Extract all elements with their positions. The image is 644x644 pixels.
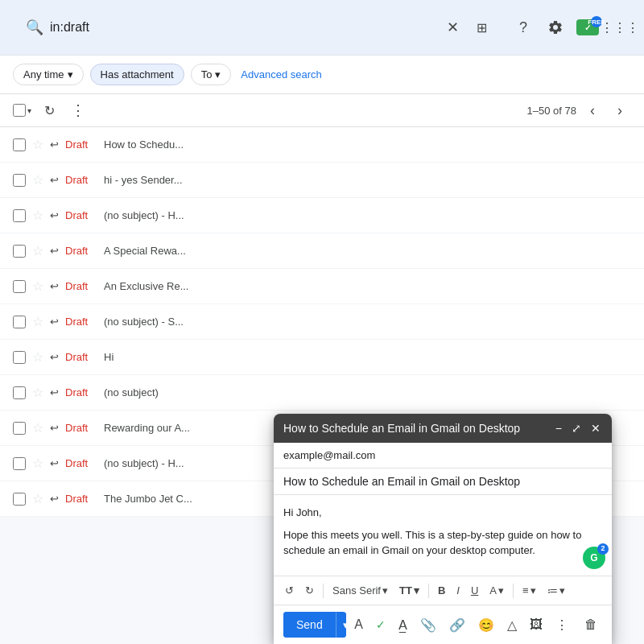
compose-to-field[interactable]: example@mail.com (274, 443, 612, 469)
filter-search-button[interactable]: ⊞ (470, 16, 493, 39)
star-icon[interactable]: ☆ (32, 172, 43, 188)
row-checkbox[interactable] (13, 138, 26, 151)
compose-actions: Send ▾ A ✓ A̲ 📎 🔗 😊 △ 🖼 ⋮ (274, 605, 612, 644)
send-options-button[interactable]: ▾ (336, 613, 347, 638)
undo-button[interactable]: ↺ (280, 581, 299, 600)
more-options-button[interactable]: ⋮ (67, 99, 89, 122)
star-icon[interactable]: ☆ (32, 314, 43, 329)
table-row[interactable]: ☆ ↩ Draft How to Schedu... (0, 127, 644, 163)
to-value: example@mail.com (283, 449, 375, 461)
any-time-filter[interactable]: Any time ▾ (13, 64, 84, 85)
italic-button[interactable]: I (452, 581, 464, 600)
select-all-checkbox[interactable] (13, 104, 26, 117)
star-icon[interactable]: ☆ (32, 279, 43, 294)
bold-button[interactable]: B (433, 581, 450, 600)
select-dropdown-chevron[interactable]: ▾ (27, 106, 31, 115)
star-icon[interactable]: ☆ (32, 491, 43, 506)
reply-icon: ↩ (50, 422, 59, 434)
advanced-search-link[interactable]: Advanced search (241, 68, 321, 80)
font-size-chevron: ▾ (414, 584, 419, 597)
next-page-button[interactable]: › (609, 99, 631, 122)
maximize-button[interactable]: ⤢ (570, 420, 583, 436)
minimize-button[interactable]: − (554, 420, 564, 436)
more-formatting-button[interactable]: A (349, 613, 368, 637)
font-size-label: TT (399, 584, 412, 597)
table-row[interactable]: ☆ ↩ Draft An Exclusive Re... (0, 269, 644, 304)
send-arrow-icon: ▾ (343, 619, 347, 631)
row-checkbox[interactable] (13, 209, 26, 222)
row-checkbox[interactable] (13, 174, 26, 187)
apps-button[interactable]: ⋮⋮⋮ (609, 16, 631, 39)
settings-button[interactable] (544, 16, 567, 39)
row-checkbox[interactable] (13, 316, 26, 328)
star-icon[interactable]: ☆ (32, 243, 43, 258)
grammarly-badge: G 2 (583, 547, 605, 569)
more-formatting-icon: A (354, 617, 363, 632)
google-meet-button[interactable]: ✓ (371, 613, 390, 636)
row-checkbox[interactable] (13, 457, 26, 470)
send-button[interactable]: Send (283, 612, 336, 638)
row-checkbox[interactable] (13, 245, 26, 258)
refresh-button[interactable]: ↻ (38, 99, 60, 122)
row-checkbox[interactable] (13, 386, 26, 399)
star-icon[interactable]: ☆ (32, 137, 43, 152)
more-options-icon: ⋮ (555, 617, 568, 633)
separator (513, 584, 514, 598)
star-icon[interactable]: ☆ (32, 420, 43, 436)
help-button[interactable]: ? (512, 16, 535, 39)
to-chevron: ▾ (215, 68, 221, 80)
redo-button[interactable]: ↻ (300, 581, 319, 600)
reply-icon: ↩ (50, 138, 59, 151)
compose-subject-field[interactable]: How to Schedule an Email in Gmail on Des… (274, 469, 612, 495)
row-checkbox[interactable] (13, 351, 26, 364)
table-row[interactable]: ☆ ↩ Draft hi - yes Sender... (0, 163, 644, 198)
photo-button[interactable]: 🖼 (525, 613, 547, 637)
pagination-label: 1–50 of 78 (527, 105, 576, 117)
to-filter[interactable]: To ▾ (191, 64, 232, 85)
align-chevron: ▾ (530, 584, 536, 597)
compose-header[interactable]: How to Schedule an Email in Gmail on Des… (274, 414, 612, 443)
drive-button[interactable]: △ (502, 613, 522, 638)
table-row[interactable]: ☆ ↩ Draft Hi (0, 340, 644, 375)
row-checkbox[interactable] (13, 493, 26, 506)
table-row[interactable]: ☆ ↩ Draft (no subject) - S... (0, 304, 644, 340)
link-button[interactable]: 🔗 (444, 613, 470, 638)
emoji-button[interactable]: 😊 (473, 613, 499, 638)
close-compose-button[interactable]: ✕ (589, 420, 602, 436)
table-row[interactable]: ☆ ↩ Draft (no subject) (0, 375, 644, 411)
help-icon: ? (519, 19, 527, 36)
star-icon[interactable]: ☆ (32, 208, 43, 223)
clear-search-button[interactable]: ✕ (441, 16, 464, 39)
apps-icon: ⋮⋮⋮ (601, 20, 639, 35)
compose-body[interactable]: Hi John, Hope this meets you well. This … (274, 495, 612, 576)
row-checkbox[interactable] (13, 280, 26, 293)
draft-label: Draft (65, 351, 97, 363)
formatting-options-icon: A̲ (398, 617, 407, 633)
star-icon[interactable]: ☆ (32, 349, 43, 365)
font-size-button[interactable]: TT ▾ (394, 581, 424, 600)
prev-page-button[interactable]: ‹ (581, 99, 604, 122)
formatting-options-button[interactable]: A̲ (394, 613, 412, 638)
star-icon[interactable]: ☆ (32, 456, 43, 471)
list-button[interactable]: ≔ ▾ (543, 581, 570, 600)
search-input[interactable] (50, 20, 435, 35)
font-family-button[interactable]: Sans Serif ▾ (328, 581, 393, 600)
table-row[interactable]: ☆ ↩ Draft A Special Rewa... (0, 233, 644, 269)
gmail-icon: ✓ FREE (576, 19, 599, 35)
grammarly-count: 2 (597, 543, 609, 555)
subject-value: How to Schedule an Email in Gmail on Des… (283, 475, 520, 488)
align-button[interactable]: ≡ ▾ (518, 581, 541, 600)
gmail-logo-button[interactable]: ✓ FREE (576, 16, 599, 39)
has-attachment-filter[interactable]: Has attachment (90, 64, 184, 85)
text-color-button[interactable]: A ▾ (485, 581, 509, 600)
underline-button[interactable]: U (466, 581, 483, 600)
row-checkbox[interactable] (13, 422, 26, 435)
reply-icon: ↩ (50, 316, 59, 328)
draft-label: Draft (65, 386, 97, 398)
more-options-compose-button[interactable]: ⋮ (551, 613, 573, 638)
separator (323, 584, 324, 598)
star-icon[interactable]: ☆ (32, 385, 43, 400)
discard-button[interactable]: 🗑 (580, 613, 602, 637)
table-row[interactable]: ☆ ↩ Draft (no subject) - H... (0, 198, 644, 233)
attach-button[interactable]: 📎 (415, 613, 441, 638)
